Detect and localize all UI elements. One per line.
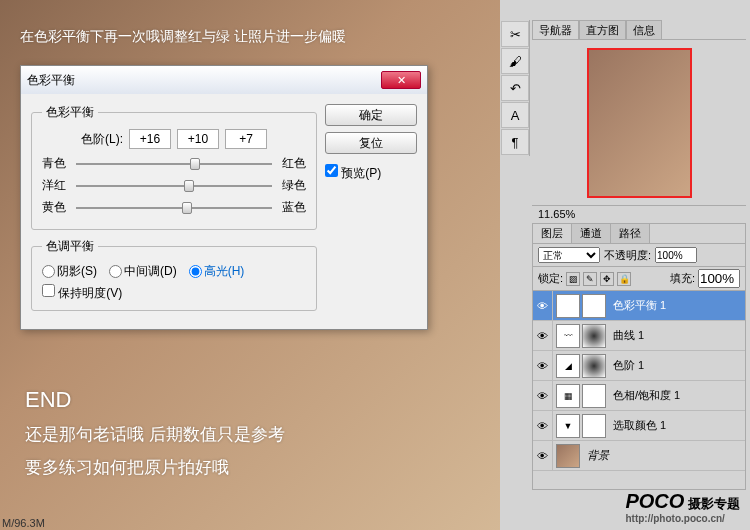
layer-row[interactable]: 👁 ▦ 色相/饱和度 1 bbox=[533, 381, 745, 411]
tab-navigator[interactable]: 导航器 bbox=[532, 20, 579, 39]
navigator-panel: 导航器 直方图 信息 11.65% bbox=[532, 20, 746, 223]
layer-name: 色阶 1 bbox=[609, 358, 644, 373]
blend-mode-select[interactable]: 正常 bbox=[538, 247, 600, 263]
tutorial-end: END bbox=[25, 387, 71, 413]
text-icon[interactable]: A bbox=[501, 102, 529, 128]
color-balance-dialog: 色彩平衡 ✕ 色彩平衡 色阶(L): 青色 红色 洋红 bbox=[20, 65, 428, 330]
lock-paint-icon[interactable]: ✎ bbox=[583, 272, 597, 286]
tab-histogram[interactable]: 直方图 bbox=[579, 20, 626, 39]
eye-icon[interactable]: 👁 bbox=[533, 381, 553, 410]
tab-channels[interactable]: 通道 bbox=[572, 224, 611, 243]
eye-icon[interactable]: 👁 bbox=[533, 321, 553, 350]
level-input-1[interactable] bbox=[129, 129, 171, 149]
mask-thumb bbox=[582, 414, 606, 438]
mask-thumb bbox=[582, 384, 606, 408]
mask-thumb bbox=[582, 354, 606, 378]
layer-name: 曲线 1 bbox=[609, 328, 644, 343]
footer-url: http://photo.poco.cn/ bbox=[625, 513, 740, 524]
layer-row[interactable]: 👁 ▼ 选取颜色 1 bbox=[533, 411, 745, 441]
layer-row[interactable]: 👁 〰 曲线 1 bbox=[533, 321, 745, 351]
adj-icon: 〰 bbox=[556, 324, 580, 348]
status-bar: M/96.3M bbox=[0, 516, 47, 530]
adj-icon: ◢ bbox=[556, 354, 580, 378]
navigator-preview[interactable] bbox=[532, 40, 746, 205]
slider-red-label: 红色 bbox=[278, 155, 306, 172]
layer-name: 背景 bbox=[583, 448, 609, 463]
tab-info[interactable]: 信息 bbox=[626, 20, 662, 39]
reset-button[interactable]: 复位 bbox=[325, 132, 417, 154]
layers-panel: 图层 通道 路径 正常 不透明度: 锁定: ▨ ✎ ✥ 🔒 填充: 👁 ⚖ 色彩… bbox=[532, 223, 746, 490]
layer-list: 👁 ⚖ 色彩平衡 1 👁 〰 曲线 1 👁 ◢ 色阶 1 👁 ▦ 色相/饱和度 … bbox=[533, 291, 745, 471]
navigator-thumb bbox=[587, 48, 692, 198]
lock-label: 锁定: bbox=[538, 271, 563, 286]
dialog-titlebar[interactable]: 色彩平衡 ✕ bbox=[21, 66, 427, 94]
adj-icon: ⚖ bbox=[556, 294, 580, 318]
history-icon[interactable]: ↶ bbox=[501, 75, 529, 101]
tone-balance-group: 色调平衡 阴影(S) 中间调(D) 高光(H) 保持明度(V) bbox=[31, 238, 317, 311]
tutorial-line2: 还是那句老话哦 后期数值只是参考 bbox=[25, 423, 285, 446]
eye-icon[interactable]: 👁 bbox=[533, 291, 553, 320]
tab-layers[interactable]: 图层 bbox=[533, 224, 572, 243]
slider-blue-label: 蓝色 bbox=[278, 199, 306, 216]
paragraph-icon[interactable]: ¶ bbox=[501, 129, 529, 155]
fill-input[interactable] bbox=[698, 269, 740, 288]
layer-row[interactable]: 👁 ◢ 色阶 1 bbox=[533, 351, 745, 381]
preview-checkbox[interactable]: 预览(P) bbox=[325, 164, 417, 182]
slider-yellow-label: 黄色 bbox=[42, 199, 70, 216]
bg-thumb bbox=[556, 444, 580, 468]
tool-column: ✂ 🖌 ↶ A ¶ bbox=[500, 20, 530, 156]
panels-area: ✂ 🖌 ↶ A ¶ 导航器 直方图 信息 11.65% 图层 通道 路径 正常 … bbox=[500, 0, 750, 530]
tone-balance-legend: 色调平衡 bbox=[42, 238, 98, 255]
shadows-radio[interactable]: 阴影(S) bbox=[42, 263, 97, 280]
lock-pos-icon[interactable]: ✥ bbox=[600, 272, 614, 286]
tab-paths[interactable]: 路径 bbox=[611, 224, 650, 243]
levels-label: 色阶(L): bbox=[81, 131, 123, 148]
slider-magenta-label: 洋红 bbox=[42, 177, 70, 194]
lock-all-icon[interactable]: 🔒 bbox=[617, 272, 631, 286]
brush-icon[interactable]: 🖌 bbox=[501, 48, 529, 74]
tutorial-intro: 在色彩平衡下再一次哦调整红与绿 让照片进一步偏暖 bbox=[20, 28, 346, 46]
preserve-lum-checkbox[interactable]: 保持明度(V) bbox=[42, 286, 122, 300]
adj-icon: ▼ bbox=[556, 414, 580, 438]
midtones-radio[interactable]: 中间调(D) bbox=[109, 263, 177, 280]
close-button[interactable]: ✕ bbox=[381, 71, 421, 89]
color-balance-group: 色彩平衡 色阶(L): 青色 红色 洋红 绿色 bbox=[31, 104, 317, 230]
level-input-3[interactable] bbox=[225, 129, 267, 149]
layer-name: 色彩平衡 1 bbox=[609, 298, 666, 313]
layer-row[interactable]: 👁 背景 bbox=[533, 441, 745, 471]
tool-icon[interactable]: ✂ bbox=[501, 21, 529, 47]
ok-button[interactable]: 确定 bbox=[325, 104, 417, 126]
slider-green-label: 绿色 bbox=[278, 177, 306, 194]
lock-trans-icon[interactable]: ▨ bbox=[566, 272, 580, 286]
slider-cyan-red[interactable] bbox=[76, 156, 272, 172]
opacity-input[interactable] bbox=[655, 247, 697, 263]
footer-logo: POCO 摄影专题 http://photo.poco.cn/ bbox=[625, 490, 740, 524]
eye-icon[interactable]: 👁 bbox=[533, 411, 553, 440]
color-balance-legend: 色彩平衡 bbox=[42, 104, 98, 121]
dialog-title: 色彩平衡 bbox=[27, 72, 381, 89]
opacity-label: 不透明度: bbox=[604, 248, 651, 263]
mask-thumb bbox=[582, 294, 606, 318]
zoom-level[interactable]: 11.65% bbox=[532, 205, 746, 223]
layer-name: 色相/饱和度 1 bbox=[609, 388, 680, 403]
slider-magenta-green[interactable] bbox=[76, 178, 272, 194]
eye-icon[interactable]: 👁 bbox=[533, 441, 553, 470]
adj-icon: ▦ bbox=[556, 384, 580, 408]
tutorial-line3: 要多练习如何把原片拍好哦 bbox=[25, 456, 229, 479]
layer-row[interactable]: 👁 ⚖ 色彩平衡 1 bbox=[533, 291, 745, 321]
level-input-2[interactable] bbox=[177, 129, 219, 149]
slider-yellow-blue[interactable] bbox=[76, 200, 272, 216]
layer-name: 选取颜色 1 bbox=[609, 418, 666, 433]
slider-cyan-label: 青色 bbox=[42, 155, 70, 172]
eye-icon[interactable]: 👁 bbox=[533, 351, 553, 380]
mask-thumb bbox=[582, 324, 606, 348]
fill-label: 填充: bbox=[670, 271, 695, 286]
highlights-radio[interactable]: 高光(H) bbox=[189, 263, 245, 280]
